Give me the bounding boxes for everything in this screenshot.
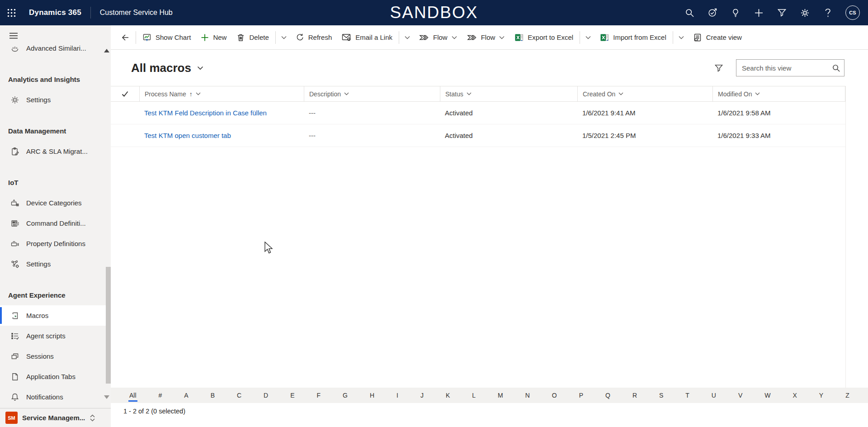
column-header-process-name[interactable]: Process Name ↑ <box>139 86 304 101</box>
dynamics-brand[interactable]: Dynamics 365 <box>29 8 81 17</box>
alpha-c[interactable]: C <box>236 391 243 400</box>
view-selector[interactable]: All macros <box>131 61 203 75</box>
column-header-modified-on[interactable]: Modified On <box>712 86 845 101</box>
clipboard-pencil-icon <box>10 147 20 156</box>
alpha-o[interactable]: O <box>551 391 558 400</box>
alpha-f[interactable]: F <box>316 391 322 400</box>
macro-link[interactable]: Test KTM Feld Description in Case füllen <box>139 109 304 117</box>
alpha-h[interactable]: H <box>368 391 376 400</box>
chart-icon <box>142 33 151 42</box>
refresh-button[interactable]: Refresh <box>291 25 337 50</box>
select-all-checkbox[interactable] <box>111 86 139 101</box>
sessions-icon <box>10 352 20 361</box>
alpha-m[interactable]: M <box>496 391 505 400</box>
gear-icon[interactable] <box>799 7 810 18</box>
alpha-a[interactable]: A <box>183 391 189 400</box>
filter-icon[interactable] <box>776 7 787 18</box>
search-icon[interactable] <box>832 64 840 72</box>
sidebar-item-advanced-similarity[interactable]: Advanced Similari... <box>0 45 111 58</box>
email-overflow-chevron[interactable] <box>401 25 414 50</box>
app-name[interactable]: Customer Service Hub <box>100 9 173 17</box>
command-bar: Show Chart New Delete <box>111 25 868 50</box>
status-cell: Activated <box>440 109 577 117</box>
sidebar-item-analytics-settings[interactable]: Settings <box>0 90 111 110</box>
export-overflow-chevron[interactable] <box>581 25 595 50</box>
alpha-t[interactable]: T <box>684 391 691 400</box>
area-switcher[interactable]: SM Service Managem... <box>0 408 111 427</box>
alpha-s[interactable]: S <box>658 391 665 400</box>
agent-scripts-icon <box>10 332 20 341</box>
new-button[interactable]: New <box>196 25 231 50</box>
lightbulb-icon[interactable] <box>730 7 741 18</box>
sidebar-item-command-definitions[interactable]: Command Definiti... <box>0 213 111 233</box>
alpha-d[interactable]: D <box>262 391 269 400</box>
waffle-menu-icon[interactable] <box>0 0 23 25</box>
alpha-p[interactable]: P <box>578 391 585 400</box>
alpha-e[interactable]: E <box>289 391 296 400</box>
sidebar-item-agent-scripts[interactable]: Agent scripts <box>0 326 111 346</box>
hamburger-menu-icon[interactable] <box>5 28 22 43</box>
sidebar-item-property-definitions[interactable]: Property Definitions <box>0 233 111 254</box>
delete-button[interactable]: Delete <box>231 25 274 50</box>
email-a-link-button[interactable]: Email a Link <box>337 25 397 50</box>
email-link-icon <box>342 33 351 42</box>
app-window: Dynamics 365 Customer Service Hub SANDBO… <box>0 0 868 427</box>
grid-filter-icon[interactable] <box>712 62 725 74</box>
chevron-down-icon <box>281 36 287 39</box>
device-categories-icon <box>10 199 20 208</box>
sidebar-item-arc-sla-migration[interactable]: ARC & SLA Migrat... <box>0 141 111 161</box>
alpha-w[interactable]: W <box>763 391 772 400</box>
help-icon[interactable] <box>822 7 833 18</box>
alpha-k[interactable]: K <box>444 391 451 400</box>
table-row[interactable]: Test KTM open customer tab --- Activated… <box>111 124 845 147</box>
alpha-z[interactable]: Z <box>844 391 851 400</box>
alpha-hash[interactable]: # <box>157 391 164 400</box>
alpha-r[interactable]: R <box>631 391 638 400</box>
alpha-j[interactable]: J <box>419 391 425 400</box>
search-icon[interactable] <box>684 7 695 18</box>
macro-link[interactable]: Test KTM open customer tab <box>139 132 304 139</box>
alpha-n[interactable]: N <box>524 391 531 400</box>
alpha-b[interactable]: B <box>209 391 216 400</box>
task-check-icon[interactable] <box>707 7 718 18</box>
sidebar-item-label: Sessions <box>26 352 54 360</box>
column-header-description[interactable]: Description <box>304 86 440 101</box>
alpha-l[interactable]: L <box>471 391 477 400</box>
import-from-excel-button[interactable]: Import from Excel <box>595 25 671 50</box>
sidebar-item-notifications[interactable]: Notifications <box>0 387 111 407</box>
alpha-v[interactable]: V <box>737 391 744 400</box>
sidebar-item-iot-settings[interactable]: Settings <box>0 254 111 274</box>
alpha-i[interactable]: I <box>395 391 400 400</box>
sidebar-item-label: Command Definiti... <box>26 219 86 227</box>
flow-button-2[interactable]: Flow <box>462 25 510 50</box>
alpha-y[interactable]: Y <box>818 391 825 400</box>
add-icon[interactable] <box>753 7 764 18</box>
sidebar-scrollbar-thumb[interactable] <box>106 267 111 384</box>
export-to-excel-button[interactable]: Export to Excel <box>509 25 578 50</box>
sidebar-item-macros[interactable]: Macros <box>0 305 111 326</box>
table-row[interactable]: Test KTM Feld Description in Case füllen… <box>111 102 845 124</box>
sidebar-item-sessions[interactable]: Sessions <box>0 346 111 366</box>
alpha-q[interactable]: Q <box>604 391 612 400</box>
delete-overflow-chevron[interactable] <box>277 25 291 50</box>
column-header-status[interactable]: Status <box>440 86 577 101</box>
sidebar-scroll-up-icon[interactable] <box>104 49 109 52</box>
alpha-u[interactable]: U <box>710 391 717 400</box>
search-this-view-input[interactable] <box>742 64 832 72</box>
column-header-created-on[interactable]: Created On <box>577 86 712 101</box>
alpha-x[interactable]: X <box>792 391 798 400</box>
sidebar-item-label: ARC & SLA Migrat... <box>26 147 88 155</box>
sidebar-scroll-down-icon[interactable] <box>104 395 109 399</box>
sidebar-section-agent-experience: Agent Experience <box>0 285 111 305</box>
alpha-g[interactable]: G <box>341 391 349 400</box>
show-chart-button[interactable]: Show Chart <box>137 25 196 50</box>
back-button[interactable] <box>115 25 134 50</box>
import-overflow-chevron[interactable] <box>675 25 688 50</box>
sidebar-item-application-tabs[interactable]: Application Tabs <box>0 366 111 387</box>
create-view-button[interactable]: Create view <box>688 25 747 50</box>
alpha-all[interactable]: All <box>128 391 138 400</box>
sidebar-item-device-categories[interactable]: Device Categories <box>0 193 111 213</box>
account-avatar[interactable]: CS <box>845 5 860 20</box>
flow-button-1[interactable]: Flow <box>414 25 462 50</box>
sidebar-item-label: Settings <box>26 260 51 268</box>
